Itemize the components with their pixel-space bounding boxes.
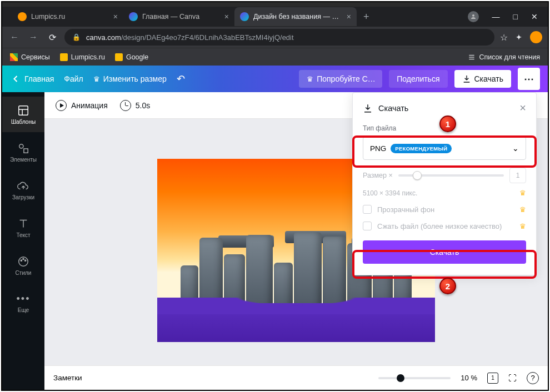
sidebar-item-templates[interactable]: Шаблоны bbox=[2, 97, 44, 132]
sidebar-item-more[interactable]: ••• Еще bbox=[2, 285, 44, 321]
sidebar-item-elements[interactable]: Элементы bbox=[2, 134, 44, 170]
sidebar-label: Шаблоны bbox=[11, 119, 36, 125]
crown-icon: ♛ bbox=[307, 75, 313, 83]
close-panel-button[interactable]: × bbox=[519, 102, 526, 114]
try-pro-button[interactable]: ♛Попробуйте C… bbox=[299, 70, 382, 88]
checkbox-icon bbox=[363, 205, 372, 214]
resize-label: Изменить размер bbox=[103, 74, 167, 83]
panel-title: Скачать bbox=[378, 104, 408, 113]
header-download-button[interactable]: Скачать bbox=[454, 70, 512, 88]
url-path: /design/DAEg4eo7zF4/6DLnihA3abEBTszMI4iy… bbox=[121, 33, 294, 42]
tab-title: Lumpics.ru bbox=[31, 13, 109, 21]
profile-avatar[interactable] bbox=[530, 31, 542, 43]
help-button[interactable]: ? bbox=[527, 372, 539, 384]
bookmark-star-icon[interactable]: ☆ bbox=[500, 32, 508, 43]
undo-button[interactable]: ↶ bbox=[177, 73, 185, 85]
reload-button[interactable]: ⟳ bbox=[46, 32, 59, 43]
close-window-button[interactable]: ✕ bbox=[531, 12, 538, 21]
cloud-upload-icon bbox=[17, 180, 29, 192]
svg-point-7 bbox=[19, 144, 23, 148]
folder-icon bbox=[115, 53, 123, 61]
crown-icon: ♛ bbox=[93, 75, 100, 83]
apps-icon bbox=[10, 53, 18, 61]
try-pro-label: Попробуйте C… bbox=[317, 74, 376, 83]
bookmark-lumpics[interactable]: Lumpics.ru bbox=[60, 53, 105, 61]
extensions-icon[interactable]: ✦ bbox=[516, 33, 522, 42]
size-value[interactable]: 1 bbox=[509, 168, 526, 183]
download-button-label: Скачать bbox=[430, 248, 459, 257]
more-button[interactable]: ⋯ bbox=[518, 68, 540, 90]
templates-icon bbox=[17, 104, 29, 117]
canva-header: Главная Файл ♛Изменить размер ↶ ♛Попробу… bbox=[2, 66, 548, 92]
filetype-label: Тип файла bbox=[363, 124, 526, 132]
zoom-value: 10 % bbox=[461, 374, 477, 382]
bookmark-google[interactable]: Google bbox=[115, 53, 148, 61]
recommended-badge: РЕКОМЕНДУЕМЫЙ bbox=[391, 144, 452, 153]
file-label: Файл bbox=[64, 74, 83, 83]
text-icon bbox=[17, 218, 29, 230]
animation-button[interactable]: Анимация bbox=[56, 100, 108, 111]
back-button[interactable]: ← bbox=[8, 32, 21, 42]
crown-icon: ♛ bbox=[519, 222, 526, 230]
transparent-bg-checkbox[interactable]: Прозрачный фон ♛ bbox=[363, 205, 526, 214]
guest-icon[interactable] bbox=[468, 11, 479, 22]
reading-list-button[interactable]: Список для чтения bbox=[468, 53, 540, 61]
filetype-select[interactable]: PNG РЕКОМЕНДУЕМЫЙ ⌄ bbox=[363, 137, 526, 160]
tab-title: Дизайн без названия — 5100 bbox=[253, 13, 342, 21]
favicon-icon bbox=[18, 12, 27, 21]
download-icon bbox=[363, 103, 373, 113]
chevron-left-icon bbox=[10, 73, 21, 84]
duration-label: 5.0s bbox=[136, 101, 150, 110]
home-button[interactable]: Главная bbox=[10, 73, 54, 84]
notes-button[interactable]: Заметки bbox=[53, 374, 82, 382]
page-overview-button[interactable]: 1 bbox=[487, 373, 498, 384]
filetype-value: PNG bbox=[370, 144, 386, 153]
reading-list-label: Список для чтения bbox=[479, 53, 540, 61]
favicon-icon bbox=[240, 12, 249, 21]
sidebar-label: Текст bbox=[16, 232, 30, 238]
crown-icon: ♛ bbox=[519, 189, 526, 197]
bookmark-label: Google bbox=[126, 53, 148, 61]
clock-icon bbox=[120, 100, 131, 111]
compress-checkbox[interactable]: Сжать файл (более низкое качество) ♛ bbox=[363, 222, 526, 230]
lock-icon: 🔒 bbox=[72, 33, 81, 41]
chevron-down-icon: ⌄ bbox=[512, 144, 519, 153]
apps-bookmark[interactable]: Сервисы bbox=[10, 53, 50, 61]
zoom-slider[interactable] bbox=[378, 377, 451, 379]
sidebar-item-uploads[interactable]: Загрузки bbox=[2, 172, 44, 208]
maximize-button[interactable]: □ bbox=[513, 12, 518, 21]
tab-lumpics[interactable]: Lumpics.ru × bbox=[12, 7, 123, 26]
size-slider[interactable] bbox=[398, 174, 504, 177]
svg-point-10 bbox=[21, 260, 22, 261]
resize-button[interactable]: ♛Изменить размер bbox=[93, 74, 167, 83]
bookmark-label: Lumpics.ru bbox=[71, 53, 105, 61]
sidebar-item-styles[interactable]: Стили bbox=[2, 248, 44, 283]
duration-button[interactable]: 5.0s bbox=[120, 100, 150, 111]
canvas-area: Анимация 5.0s bbox=[44, 92, 548, 390]
svg-point-11 bbox=[23, 258, 24, 259]
svg-point-12 bbox=[25, 260, 26, 261]
download-button[interactable]: Скачать bbox=[363, 240, 526, 264]
crown-icon: ♛ bbox=[519, 205, 526, 214]
checkbox-icon bbox=[363, 222, 372, 230]
tab-canva-home[interactable]: Главная — Canva × bbox=[123, 7, 234, 26]
close-icon[interactable]: × bbox=[347, 12, 351, 21]
tab-canva-design[interactable]: Дизайн без названия — 5100 × bbox=[234, 7, 357, 26]
share-button[interactable]: Поделиться bbox=[389, 70, 447, 88]
file-menu[interactable]: Файл bbox=[64, 74, 83, 83]
new-tab-button[interactable]: + bbox=[357, 11, 376, 23]
sidebar-label: Элементы bbox=[10, 157, 37, 163]
sidebar-label: Еще bbox=[18, 307, 29, 313]
fullscreen-button[interactable]: ⛶ bbox=[508, 373, 517, 383]
forward-button[interactable]: → bbox=[27, 32, 40, 42]
share-label: Поделиться bbox=[397, 74, 439, 83]
close-icon[interactable]: × bbox=[113, 12, 118, 21]
close-icon[interactable]: × bbox=[224, 12, 229, 21]
sidebar-item-text[interactable]: Текст bbox=[2, 210, 44, 245]
checkbox-label: Прозрачный фон bbox=[377, 205, 434, 214]
url-input[interactable]: 🔒 canva.com/design/DAEg4eo7zF4/6DLnihA3a… bbox=[64, 29, 494, 46]
minimize-button[interactable]: — bbox=[492, 12, 500, 21]
svg-rect-4 bbox=[19, 105, 28, 115]
download-label: Скачать bbox=[474, 74, 504, 83]
bookmark-label: Сервисы bbox=[21, 53, 50, 61]
